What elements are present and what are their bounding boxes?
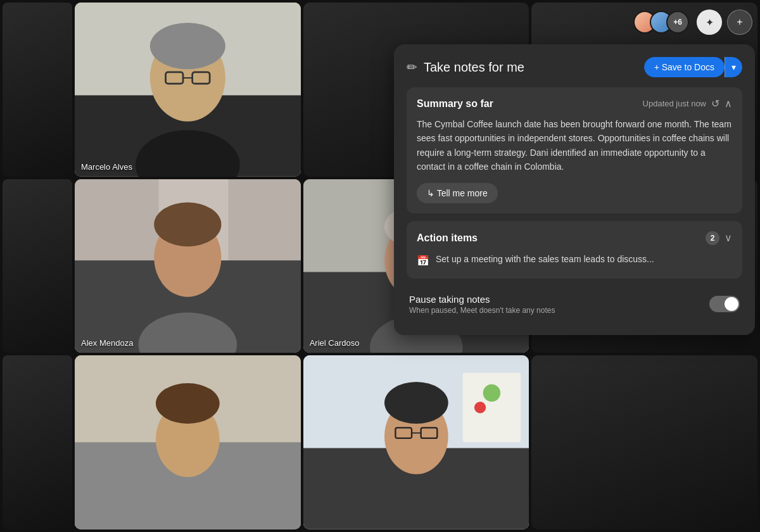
avatar-count[interactable]: +6: [666, 11, 689, 34]
pause-toggle[interactable]: [709, 296, 740, 312]
action-items-title: Action items: [417, 232, 478, 244]
video-cell-alex: Alex Mendoza: [75, 179, 301, 353]
video-cell-bottom1: [75, 355, 301, 529]
sidebar-thumb-3: [3, 355, 72, 529]
pause-subtitle: When paused, Meet doesn't take any notes: [409, 306, 709, 315]
pencil-icon: ✏: [407, 60, 417, 75]
svg-point-26: [384, 382, 448, 424]
header-bar: +6 ✦ +: [602, 0, 760, 44]
panel-header: ✏ Take notes for me + Save to Docs ▾: [407, 57, 742, 77]
summary-title: Summary so far: [417, 98, 493, 110]
action-item-text: Set up a meeting with the sales team lea…: [436, 253, 654, 266]
notes-panel: ✏ Take notes for me + Save to Docs ▾ Sum…: [394, 44, 755, 335]
avatar-stack: +6: [633, 11, 689, 34]
video-cell-bottom3: [531, 355, 757, 529]
summary-header: Summary so far Updated just now ↺ ∧: [417, 98, 732, 110]
sidebar-strip: [3, 3, 72, 529]
svg-point-3: [150, 23, 225, 69]
save-to-docs-button[interactable]: + Save to Docs: [644, 57, 725, 77]
participant-name-ariel: Ariel Cardoso: [310, 338, 360, 348]
svg-point-12: [154, 202, 221, 246]
svg-point-22: [156, 383, 220, 424]
more-button[interactable]: +: [727, 10, 752, 35]
sidebar-thumb-1: [3, 3, 72, 177]
pause-section: Pause taking notes When paused, Meet doe…: [407, 286, 742, 322]
calendar-icon: 📅: [417, 253, 429, 269]
action-count-badge: 2: [706, 231, 719, 245]
pause-title: Pause taking notes: [409, 294, 709, 305]
svg-point-32: [474, 402, 486, 414]
avatar-group[interactable]: +6: [633, 11, 692, 34]
ai-notes-button[interactable]: ✦: [697, 10, 722, 35]
participant-name-marcelo: Marcelo Alves: [81, 162, 132, 172]
save-button-group[interactable]: + Save to Docs ▾: [644, 57, 742, 77]
action-items-section: Action items 2 ∨ 📅 Set up a meeting with…: [407, 221, 742, 279]
chevron-down-icon: ▾: [732, 62, 736, 72]
plus-icon: +: [737, 16, 742, 28]
svg-point-31: [483, 384, 500, 402]
panel-title-area: ✏ Take notes for me: [407, 60, 524, 75]
summary-section: Summary so far Updated just now ↺ ∧ The …: [407, 87, 742, 213]
refresh-icon[interactable]: ↺: [711, 98, 719, 110]
svg-rect-30: [462, 373, 521, 443]
pause-text-area: Pause taking notes When paused, Meet doe…: [409, 294, 709, 315]
action-item-1: 📅 Set up a meeting with the sales team l…: [417, 253, 732, 269]
expand-icon[interactable]: ∨: [725, 232, 732, 244]
action-items-header: Action items 2 ∨: [417, 231, 732, 245]
collapse-up-icon[interactable]: ∧: [725, 98, 732, 110]
sidebar-thumb-2: [3, 179, 72, 353]
video-cell-marcelo: Marcelo Alves: [75, 3, 301, 177]
video-cell-bottom2: [303, 355, 529, 529]
sparkle-icon: ✦: [706, 16, 714, 28]
participant-name-alex: Alex Mendoza: [81, 338, 133, 348]
summary-body: The Cymbal Coffee launch date has been b…: [417, 117, 732, 174]
updated-label: Updated just now: [643, 99, 706, 108]
action-items-meta: 2 ∨: [706, 231, 732, 245]
tell-me-more-button[interactable]: ↳ Tell me more: [417, 183, 498, 203]
save-dropdown-button[interactable]: ▾: [725, 57, 742, 77]
toggle-knob: [725, 297, 738, 311]
panel-title: Take notes for me: [424, 60, 524, 75]
summary-meta: Updated just now ↺ ∧: [643, 98, 732, 110]
